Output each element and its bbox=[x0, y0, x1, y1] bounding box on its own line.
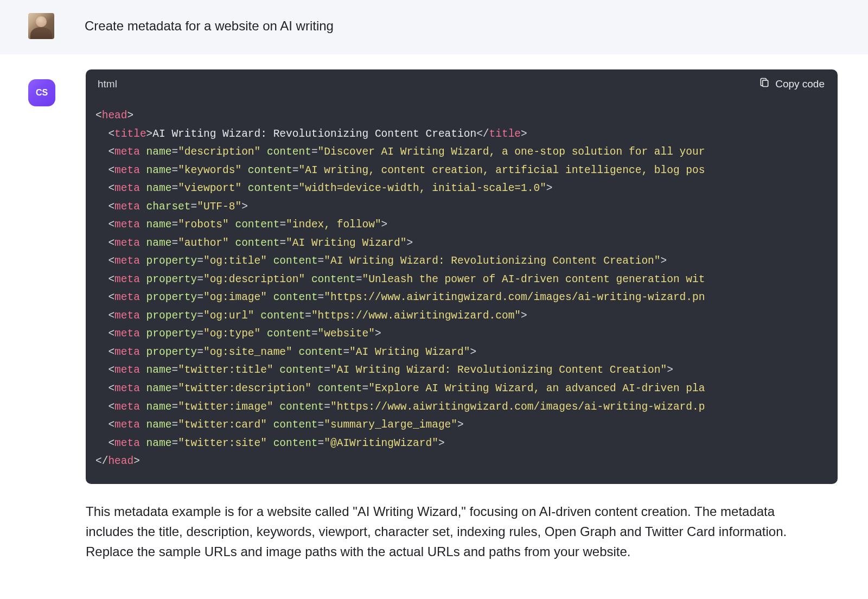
user-prompt-text: Create metadata for a website on AI writ… bbox=[85, 18, 334, 34]
user-message-row: Create metadata for a website on AI writ… bbox=[0, 0, 868, 54]
code-block: html Copy code <head><title>AI Writing W… bbox=[86, 69, 838, 484]
assistant-explanation-text: This metadata example is for a website c… bbox=[86, 501, 824, 562]
assistant-avatar: CS bbox=[28, 79, 55, 106]
code-body[interactable]: <head><title>AI Writing Wizard: Revoluti… bbox=[86, 98, 838, 484]
code-language-label: html bbox=[98, 78, 117, 90]
assistant-content: html Copy code <head><title>AI Writing W… bbox=[86, 69, 838, 562]
user-avatar bbox=[28, 13, 54, 39]
copy-code-label: Copy code bbox=[775, 78, 825, 90]
assistant-message-row: CS html Copy code <head><title>AI Writin… bbox=[0, 54, 868, 577]
copy-code-button[interactable]: Copy code bbox=[759, 77, 825, 91]
copy-icon bbox=[759, 77, 770, 91]
svg-rect-0 bbox=[763, 80, 768, 87]
code-header: html Copy code bbox=[86, 69, 838, 98]
